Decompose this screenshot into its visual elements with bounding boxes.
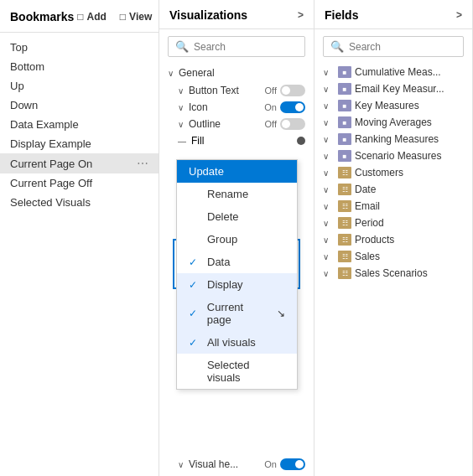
- fields-search-input[interactable]: [349, 41, 456, 53]
- field-chevron-icon: ∨: [323, 252, 335, 261]
- field-table-icon: ☷: [338, 234, 351, 246]
- bookmark-item-selected-visuals[interactable]: Selected Visuals: [0, 193, 159, 212]
- field-measure-icon: ■: [338, 83, 351, 95]
- general-section-header[interactable]: ∨ General: [159, 64, 314, 82]
- visual-he-chevron: ∨: [178, 460, 184, 469]
- context-menu-data[interactable]: ✓ Data: [177, 251, 297, 273]
- field-item-date[interactable]: ∨ ☷ Date: [314, 181, 472, 198]
- field-chevron-icon: ∨: [323, 68, 335, 77]
- delete-label: Delete: [207, 210, 239, 223]
- field-item-ranking-measures[interactable]: ∨ ■ Ranking Measures: [314, 131, 472, 147]
- field-table-icon: ☷: [338, 267, 351, 279]
- fields-title: Fields: [325, 8, 358, 22]
- button-text-row: ∨ Button Text Off: [159, 82, 314, 99]
- fields-search-icon: 🔍: [330, 40, 344, 53]
- context-menu-rename[interactable]: Rename: [177, 183, 297, 205]
- field-chevron-icon: ∨: [323, 152, 335, 161]
- bookmark-item-up[interactable]: Up: [0, 76, 159, 96]
- rename-label: Rename: [207, 188, 248, 200]
- bookmark-options-icon[interactable]: ⋯: [137, 157, 148, 170]
- field-measure-icon: ■: [338, 66, 351, 78]
- button-text-label: ∨ Button Text: [178, 85, 239, 96]
- context-menu-delete[interactable]: Delete: [177, 205, 297, 228]
- viz-bottom-section: ∨ Visual he... On: [159, 453, 314, 476]
- field-chevron-icon: ∨: [323, 185, 335, 194]
- button-text-chevron: ∨: [178, 86, 184, 96]
- display-check: ✓: [189, 279, 200, 291]
- field-item-sales[interactable]: ∨ ☷ Sales: [314, 248, 472, 265]
- field-chevron-icon: ∨: [323, 269, 335, 278]
- field-chevron-icon: ∨: [323, 85, 335, 94]
- field-item-cumulative[interactable]: ∨ ■ Cumulative Meas...: [314, 64, 472, 80]
- bookmark-item-bottom[interactable]: Bottom: [0, 57, 159, 76]
- display-label: Display: [207, 278, 243, 291]
- bookmark-item-display-example[interactable]: Display Example: [0, 134, 159, 153]
- icon-toggle[interactable]: On: [264, 101, 305, 113]
- field-item-email[interactable]: ∨ ☷ Email: [314, 198, 472, 215]
- field-chevron-icon: ∨: [323, 235, 335, 245]
- visual-he-toggle[interactable]: On: [264, 458, 305, 470]
- add-bookmark-button[interactable]: □ Add: [74, 9, 110, 24]
- outline-row: ∨ Outline Off: [159, 116, 314, 132]
- icon-label: ∨ Icon: [178, 101, 208, 113]
- field-measure-icon: ■: [338, 100, 351, 111]
- fields-panel: Fields > 🔍 ∨ ■ Cumulative Meas... ∨ ■ Em…: [314, 0, 473, 476]
- field-table-icon: ☷: [338, 184, 351, 195]
- field-table-icon: ☷: [338, 200, 351, 212]
- bookmark-item-top[interactable]: Top: [0, 38, 159, 57]
- field-table-icon: ☷: [338, 251, 351, 262]
- outline-toggle[interactable]: Off: [265, 118, 305, 130]
- visualizations-expand-icon[interactable]: >: [298, 9, 304, 21]
- field-item-email-key[interactable]: ∨ ■ Email Key Measur...: [314, 80, 472, 97]
- bookmark-item-current-page-on[interactable]: Current Page On ⋯: [0, 153, 159, 173]
- outline-chevron: ∨: [178, 120, 184, 129]
- outline-toggle-track[interactable]: [280, 118, 305, 130]
- data-check: ✓: [189, 256, 200, 268]
- context-menu-all-visuals[interactable]: ✓ All visuals: [177, 331, 297, 354]
- current-page-label: Current page: [207, 301, 270, 326]
- all-visuals-check: ✓: [189, 337, 200, 349]
- visual-he-toggle-track[interactable]: [280, 458, 305, 470]
- context-menu-update[interactable]: Update: [177, 160, 297, 183]
- field-measure-icon: ■: [338, 133, 351, 145]
- view-icon: □: [120, 11, 126, 23]
- viz-search-input[interactable]: [194, 41, 298, 53]
- bookmark-list: Top Bottom Up Down Data Example Display …: [0, 33, 159, 476]
- field-chevron-icon: ∨: [323, 101, 335, 111]
- bookmark-item-data-example[interactable]: Data Example: [0, 115, 159, 134]
- viz-search-icon: 🔍: [175, 40, 189, 53]
- field-item-period[interactable]: ∨ ☷ Period: [314, 215, 472, 231]
- visualizations-header: Visualizations >: [159, 0, 314, 29]
- bookmarks-title: Bookmarks: [10, 10, 74, 23]
- field-chevron-icon: ∨: [323, 202, 335, 211]
- field-item-customers[interactable]: ∨ ☷ Customers: [314, 164, 472, 181]
- bookmark-item-current-page-off[interactable]: Current Page Off: [0, 173, 159, 193]
- context-menu-display[interactable]: ✓ Display: [177, 273, 297, 296]
- field-item-moving-averages[interactable]: ∨ ■ Moving Averages: [314, 114, 472, 131]
- bookmarks-actions: □ Add □ View ✕: [74, 8, 159, 25]
- bookmarks-header: Bookmarks □ Add □ View ✕: [0, 0, 159, 33]
- button-text-toggle[interactable]: Off: [265, 85, 305, 96]
- context-menu-selected-visuals[interactable]: Selected visuals: [177, 354, 297, 389]
- fields-header: Fields >: [314, 0, 472, 29]
- general-label: General: [179, 67, 215, 79]
- visual-he-label: ∨ Visual he...: [178, 458, 238, 470]
- field-chevron-icon: ∨: [323, 219, 335, 228]
- fields-expand-icon[interactable]: >: [456, 9, 462, 21]
- context-menu-current-page[interactable]: ✓ Current page ↘: [177, 296, 297, 331]
- field-item-sales-scenarios[interactable]: ∨ ☷ Sales Scenarios: [314, 265, 472, 282]
- viz-search-box[interactable]: 🔍: [168, 36, 305, 57]
- group-label: Group: [207, 233, 237, 246]
- field-item-scenario-measures[interactable]: ∨ ■ Scenario Measures: [314, 147, 472, 164]
- bookmark-item-down[interactable]: Down: [0, 96, 159, 115]
- field-item-products[interactable]: ∨ ☷ Products: [314, 231, 472, 248]
- context-menu-group[interactable]: Group: [177, 228, 297, 251]
- field-item-key-measures[interactable]: ∨ ■ Key Measures: [314, 97, 472, 114]
- view-bookmark-button[interactable]: □ View: [117, 9, 155, 24]
- fields-list: ∨ ■ Cumulative Meas... ∨ ■ Email Key Mea…: [314, 64, 472, 476]
- field-measure-icon: ■: [338, 150, 351, 162]
- button-text-toggle-track[interactable]: [280, 85, 305, 96]
- fields-search-box[interactable]: 🔍: [323, 36, 464, 57]
- all-visuals-label: All visuals: [207, 336, 256, 349]
- icon-toggle-track[interactable]: [280, 101, 305, 113]
